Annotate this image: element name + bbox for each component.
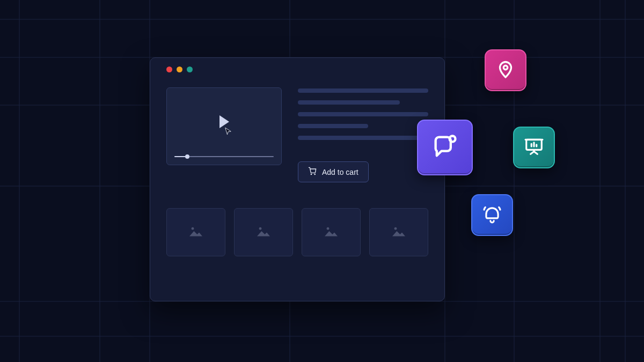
app-window: Add to cart xyxy=(150,57,445,301)
app-tile-notifications[interactable] xyxy=(471,194,513,236)
image-placeholder-icon xyxy=(323,225,339,240)
svg-point-16 xyxy=(192,227,194,230)
svg-point-15 xyxy=(314,174,315,174)
text-placeholder xyxy=(298,136,428,140)
video-progress-bar[interactable] xyxy=(174,156,274,157)
product-hero-row: Add to cart xyxy=(166,87,428,182)
svg-line-29 xyxy=(534,152,537,154)
product-description: Add to cart xyxy=(298,87,428,182)
text-placeholder xyxy=(298,112,428,116)
text-placeholder xyxy=(298,124,368,128)
thumbnail[interactable] xyxy=(166,208,225,256)
svg-point-19 xyxy=(394,227,397,230)
thumbnail-row xyxy=(166,208,428,256)
app-tile-presentation[interactable] xyxy=(513,127,555,168)
bell-icon xyxy=(482,204,502,226)
svg-point-21 xyxy=(450,136,456,142)
svg-point-18 xyxy=(327,227,330,230)
image-placeholder-icon xyxy=(188,225,204,240)
presentation-chart-icon xyxy=(524,136,544,159)
svg-point-20 xyxy=(503,65,508,70)
video-player[interactable] xyxy=(166,87,282,165)
app-tile-chat[interactable] xyxy=(417,120,473,175)
zoom-button[interactable] xyxy=(187,67,193,72)
window-controls xyxy=(166,67,428,72)
thumbnail[interactable] xyxy=(234,208,293,256)
svg-point-14 xyxy=(311,174,311,174)
app-tile-location[interactable] xyxy=(485,49,526,91)
cursor-pointer-icon xyxy=(223,127,233,138)
cart-icon xyxy=(308,167,317,177)
chat-icon xyxy=(431,132,459,162)
thumbnail[interactable] xyxy=(302,208,361,256)
image-placeholder-icon xyxy=(255,225,272,240)
add-to-cart-button[interactable]: Add to cart xyxy=(298,161,369,182)
thumbnail[interactable] xyxy=(369,208,428,256)
minimize-button[interactable] xyxy=(177,67,182,72)
svg-point-17 xyxy=(259,227,262,230)
image-placeholder-icon xyxy=(391,225,407,240)
map-pin-icon xyxy=(496,60,515,81)
add-to-cart-label: Add to cart xyxy=(322,168,358,176)
close-button[interactable] xyxy=(166,67,172,72)
text-placeholder xyxy=(298,100,400,105)
text-placeholder xyxy=(298,88,428,93)
